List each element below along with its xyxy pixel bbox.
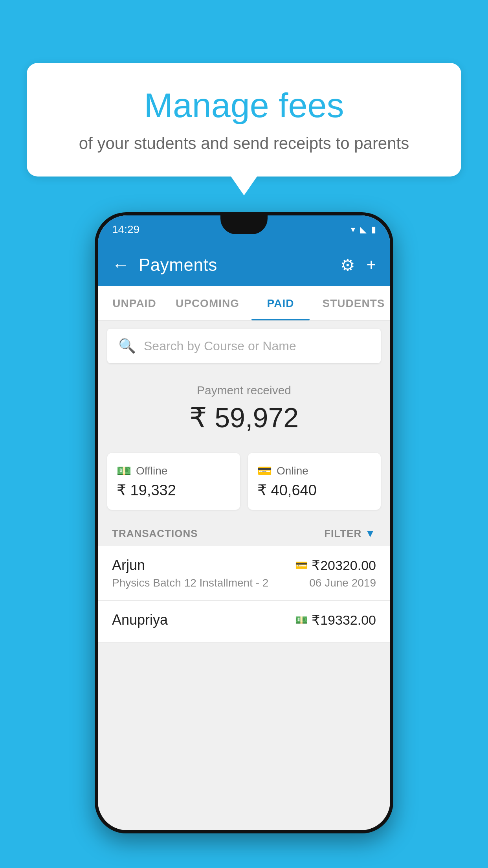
bubble-subtitle: of your students and send receipts to pa… xyxy=(46,134,442,153)
offline-amount: ₹ 19,332 xyxy=(117,482,231,499)
transaction-name: Arjun xyxy=(112,557,145,574)
battery-icon: ▮ xyxy=(371,224,376,235)
transaction-item[interactable]: Arjun 💳 ₹20320.00 Physics Batch 12 Insta… xyxy=(98,546,390,601)
wifi-icon: ▾ xyxy=(351,224,355,235)
transaction-row-bottom: Physics Batch 12 Installment - 2 06 June… xyxy=(112,577,376,589)
tab-students[interactable]: STUDENTS xyxy=(317,286,390,320)
transaction-item[interactable]: Anupriya 💵 ₹19332.00 xyxy=(98,601,390,643)
offline-label: Offline xyxy=(136,465,167,477)
app-bar: ← Payments ⚙ + xyxy=(98,244,390,286)
status-time: 14:29 xyxy=(112,223,139,236)
cash-payment-icon: 💵 xyxy=(295,614,308,626)
offline-card-header: 💵 Offline xyxy=(117,464,231,478)
filter-label: FILTER xyxy=(324,528,361,540)
filter-button[interactable]: FILTER ▼ xyxy=(324,527,376,540)
tab-unpaid[interactable]: UNPAID xyxy=(98,286,171,320)
payment-summary: Payment received ₹ 59,972 xyxy=(98,371,390,453)
filter-icon: ▼ xyxy=(365,527,376,540)
offline-card: 💵 Offline ₹ 19,332 xyxy=(107,453,240,510)
transaction-amount: ₹20320.00 xyxy=(312,557,376,573)
transaction-desc: Physics Batch 12 Installment - 2 xyxy=(112,577,268,589)
app-bar-actions: ⚙ + xyxy=(340,256,376,275)
card-icon: 💳 xyxy=(257,464,272,478)
transaction-amount-2: ₹19332.00 xyxy=(312,612,376,628)
transaction-name-2: Anupriya xyxy=(112,612,168,628)
total-amount: ₹ 59,972 xyxy=(107,402,381,434)
payment-received-label: Payment received xyxy=(107,384,381,397)
tab-paid[interactable]: PAID xyxy=(244,286,317,320)
add-button[interactable]: + xyxy=(366,256,376,274)
transaction-amount-row: 💳 ₹20320.00 xyxy=(295,557,376,573)
online-amount: ₹ 40,640 xyxy=(257,482,371,499)
signal-icon: ◣ xyxy=(360,224,367,235)
phone-mockup: 14:29 ▾ ◣ ▮ ← Payments ⚙ + UNPAID UPCOMI… xyxy=(95,212,393,833)
back-button[interactable]: ← xyxy=(112,255,129,275)
card-payment-icon: 💳 xyxy=(295,559,308,572)
search-bar[interactable]: 🔍 Search by Course or Name xyxy=(107,329,381,363)
transaction-row-top-2: Anupriya 💵 ₹19332.00 xyxy=(112,612,376,628)
transaction-row-top: Arjun 💳 ₹20320.00 xyxy=(112,557,376,574)
search-icon: 🔍 xyxy=(118,338,136,354)
app-bar-title: Payments xyxy=(139,255,331,275)
speech-bubble: Manage fees of your students and send re… xyxy=(27,63,461,177)
content-area: 🔍 Search by Course or Name Payment recei… xyxy=(98,321,390,643)
transactions-header: TRANSACTIONS FILTER ▼ xyxy=(98,521,390,546)
settings-button[interactable]: ⚙ xyxy=(340,256,355,275)
transaction-date: 06 June 2019 xyxy=(309,577,376,589)
status-icons: ▾ ◣ ▮ xyxy=(351,224,376,235)
online-label: Online xyxy=(277,465,308,477)
tabs-bar: UNPAID UPCOMING PAID STUDENTS xyxy=(98,286,390,321)
status-bar: 14:29 ▾ ◣ ▮ xyxy=(98,215,390,244)
payment-cards: 💵 Offline ₹ 19,332 💳 Online ₹ 40,640 xyxy=(107,453,381,510)
search-input[interactable]: Search by Course or Name xyxy=(144,339,296,353)
online-card-header: 💳 Online xyxy=(257,464,371,478)
tab-upcoming[interactable]: UPCOMING xyxy=(171,286,244,320)
transaction-amount-row-2: 💵 ₹19332.00 xyxy=(295,612,376,628)
phone-screen: 14:29 ▾ ◣ ▮ ← Payments ⚙ + UNPAID UPCOMI… xyxy=(98,215,390,830)
bubble-title: Manage fees xyxy=(46,86,442,125)
transactions-label: TRANSACTIONS xyxy=(112,528,198,540)
cash-icon: 💵 xyxy=(117,464,131,478)
online-card: 💳 Online ₹ 40,640 xyxy=(248,453,381,510)
